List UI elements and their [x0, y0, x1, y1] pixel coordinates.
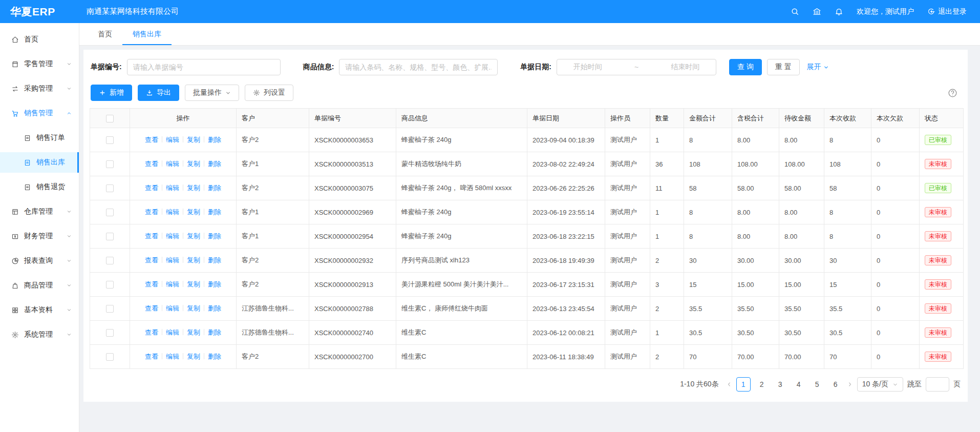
help-icon[interactable]	[948, 88, 957, 98]
welcome-user[interactable]: 欢迎您，测试用户	[857, 7, 914, 16]
view-link[interactable]: 查看	[145, 232, 158, 240]
sidebar-item-warehouse[interactable]: 仓库管理	[0, 201, 79, 222]
edit-link[interactable]: 编辑	[166, 160, 179, 168]
sidebar-item-goods[interactable]: 商品管理	[0, 275, 79, 296]
delete-link[interactable]: 删除	[208, 328, 221, 336]
row-checkbox[interactable]	[106, 281, 114, 289]
sidebar-item-sales-out[interactable]: 销售出库	[0, 152, 79, 173]
delete-link[interactable]: 删除	[208, 280, 221, 288]
status-badge: 未审核	[925, 159, 951, 169]
notification-bell-icon[interactable]	[835, 7, 843, 16]
row-checkbox[interactable]	[106, 209, 114, 216]
sidebar-item-sales[interactable]: 销售管理	[0, 103, 79, 124]
delete-link[interactable]: 删除	[208, 353, 221, 360]
cell-doc-no: XSCK00000002969	[309, 200, 396, 224]
view-link[interactable]: 查看	[145, 280, 158, 288]
edit-link[interactable]: 编辑	[166, 280, 179, 288]
edit-link[interactable]: 编辑	[166, 208, 179, 216]
sidebar-item-sales-return[interactable]: 销售退货	[0, 177, 79, 197]
view-link[interactable]: 查看	[145, 136, 158, 143]
view-link[interactable]: 查看	[145, 328, 158, 336]
delete-link[interactable]: 删除	[208, 304, 221, 312]
row-checkbox[interactable]	[106, 233, 114, 240]
edit-link[interactable]: 编辑	[166, 256, 179, 264]
edit-link[interactable]: 编辑	[166, 304, 179, 312]
tab-home[interactable]: 首页	[88, 23, 122, 45]
logout-button[interactable]: 退出登录	[927, 7, 967, 16]
copy-link[interactable]: 复制	[187, 160, 200, 168]
row-checkbox[interactable]	[106, 184, 114, 192]
copy-link[interactable]: 复制	[187, 304, 200, 312]
delete-link[interactable]: 删除	[208, 136, 221, 143]
column-settings-label: 列设置	[264, 88, 285, 97]
copy-link[interactable]: 复制	[187, 256, 200, 264]
copy-link[interactable]: 复制	[187, 280, 200, 288]
add-button[interactable]: 新增	[91, 85, 132, 101]
jump-to-input[interactable]	[926, 377, 949, 392]
row-checkbox[interactable]	[106, 160, 114, 168]
search-icon[interactable]	[791, 7, 799, 16]
tab-sales-out[interactable]: 销售出库	[122, 23, 172, 45]
reset-button[interactable]: 重 置	[767, 59, 800, 75]
sidebar-item-home[interactable]: 首页	[0, 29, 79, 50]
view-link[interactable]: 查看	[145, 256, 158, 264]
page-number-button[interactable]: 3	[773, 377, 787, 392]
copy-link[interactable]: 复制	[187, 184, 200, 192]
copy-link[interactable]: 复制	[187, 328, 200, 336]
edit-link[interactable]: 编辑	[166, 353, 179, 360]
chevron-down-icon	[823, 65, 829, 70]
copy-link[interactable]: 复制	[187, 353, 200, 360]
view-link[interactable]: 查看	[145, 208, 158, 216]
page-size-select[interactable]: 10 条/页	[857, 377, 903, 392]
delete-link[interactable]: 删除	[208, 256, 221, 264]
copy-link[interactable]: 复制	[187, 232, 200, 240]
row-checkbox[interactable]	[106, 329, 114, 337]
row-checkbox[interactable]	[106, 305, 114, 313]
page-number-button[interactable]: 1	[736, 377, 751, 392]
doc-no-input[interactable]	[127, 59, 281, 75]
page-number-button[interactable]: 4	[792, 377, 806, 392]
copy-link[interactable]: 复制	[187, 136, 200, 143]
view-link[interactable]: 查看	[145, 160, 158, 168]
edit-link[interactable]: 编辑	[166, 184, 179, 192]
edit-link[interactable]: 编辑	[166, 328, 179, 336]
page-number-button[interactable]: 2	[755, 377, 769, 392]
sidebar-item-sales-order[interactable]: 销售订单	[0, 128, 79, 148]
page-number-button[interactable]: 6	[828, 377, 843, 392]
view-link[interactable]: 查看	[145, 304, 158, 312]
sidebar-item-purchase[interactable]: 采购管理	[0, 78, 79, 99]
app-logo[interactable]: 华夏ERP	[0, 5, 79, 19]
delete-link[interactable]: 删除	[208, 160, 221, 168]
sidebar-item-reports[interactable]: 报表查询	[0, 251, 79, 271]
batch-operations-button[interactable]: 批量操作	[185, 85, 239, 101]
view-link[interactable]: 查看	[145, 184, 158, 192]
cell-to-receive: 30.00	[779, 249, 824, 273]
row-checkbox[interactable]	[106, 257, 114, 264]
delete-link[interactable]: 删除	[208, 232, 221, 240]
row-checkbox[interactable]	[106, 136, 114, 144]
edit-link[interactable]: 编辑	[166, 136, 179, 143]
row-checkbox[interactable]	[106, 353, 114, 361]
sidebar-item-system[interactable]: 系统管理	[0, 324, 79, 345]
page-number-button[interactable]: 5	[810, 377, 824, 392]
cell-status: 已审核	[920, 128, 964, 152]
product-info-input[interactable]	[339, 59, 498, 75]
delete-link[interactable]: 删除	[208, 184, 221, 192]
date-range-input[interactable]: 开始时间 ~ 结束时间	[557, 59, 716, 75]
expand-link[interactable]: 展开	[807, 63, 829, 72]
column-settings-button[interactable]: 列设置	[245, 85, 293, 101]
next-page-button[interactable]	[847, 381, 853, 387]
sidebar-item-retail[interactable]: 零售管理	[0, 54, 79, 74]
platform-bank-icon[interactable]	[813, 7, 821, 16]
sidebar-item-finance[interactable]: 财务管理	[0, 226, 79, 246]
export-button[interactable]: 导出	[138, 85, 179, 101]
select-all-checkbox[interactable]	[106, 115, 114, 122]
prev-page-button[interactable]	[726, 381, 732, 387]
sidebar-item-basic-data[interactable]: 基本资料	[0, 300, 79, 320]
edit-link[interactable]: 编辑	[166, 232, 179, 240]
search-button[interactable]: 查 询	[729, 59, 762, 75]
delete-link[interactable]: 删除	[208, 208, 221, 216]
cell-doc-no: XSCK00000002913	[309, 273, 396, 297]
copy-link[interactable]: 复制	[187, 208, 200, 216]
view-link[interactable]: 查看	[145, 353, 158, 360]
